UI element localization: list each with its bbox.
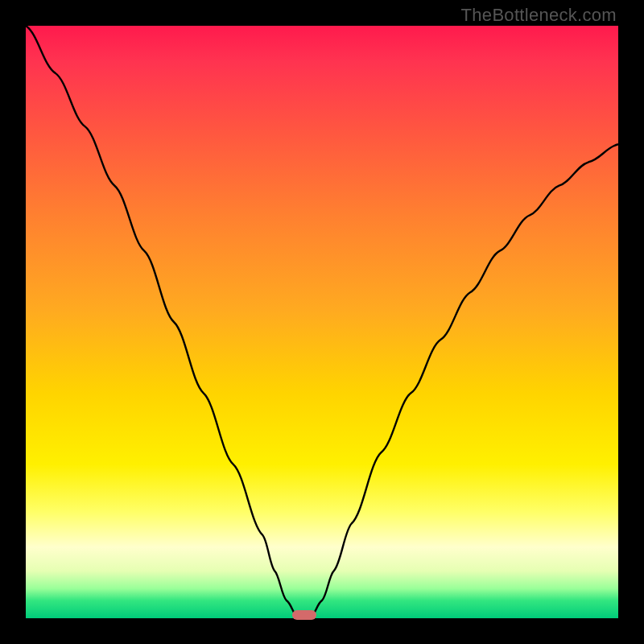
bottleneck-curve: [26, 26, 618, 618]
bottleneck-marker: [292, 610, 316, 620]
watermark-text: TheBottleneck.com: [461, 5, 617, 26]
curve-left: [26, 26, 299, 618]
chart-frame: TheBottleneck.com: [0, 0, 644, 644]
curve-right: [310, 144, 618, 618]
